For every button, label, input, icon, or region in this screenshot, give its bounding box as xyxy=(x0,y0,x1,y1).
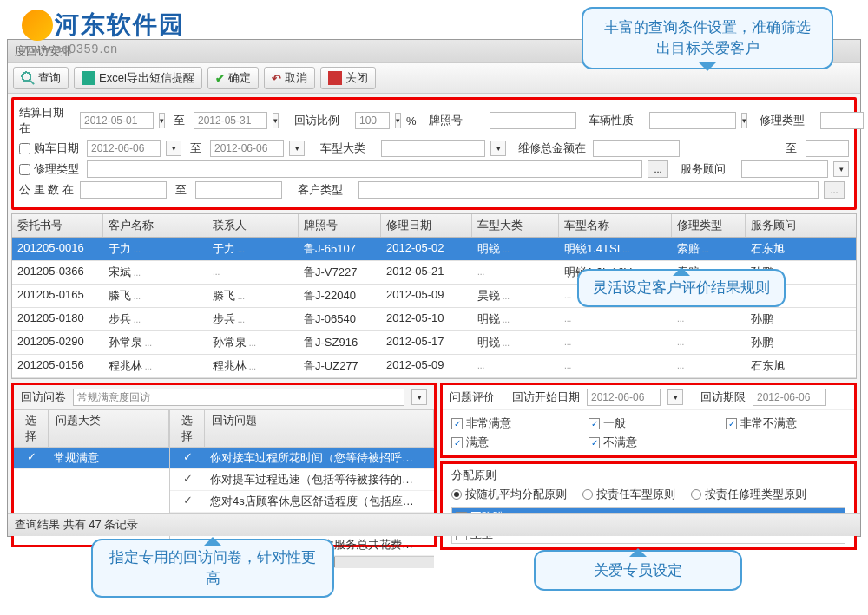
dropdown-icon[interactable]: ▾ xyxy=(411,389,427,405)
question-row[interactable]: ✓你对接车过程所花时间（您等待被招呼… xyxy=(170,448,434,469)
question-row[interactable]: ✓你对提车过程迅速（包括等待被接待的… xyxy=(170,469,434,491)
grid-header-cell[interactable]: 牌照号 xyxy=(299,214,381,237)
table-cell: 孙常泉 ... xyxy=(103,331,207,354)
calendar-icon[interactable]: ▾ xyxy=(667,389,683,405)
table-cell: 孙鹏 xyxy=(746,331,819,354)
table-row[interactable]: 201205-0156程兆林 ...程兆林 ...鲁J-UZ2772012-05… xyxy=(12,355,856,378)
category-row[interactable]: ✓常规满意 xyxy=(14,448,169,469)
table-cell: 2012-05-09 xyxy=(381,355,472,377)
calendar-icon[interactable]: ▾ xyxy=(289,141,305,156)
eval-option[interactable]: ✓非常满意 xyxy=(451,415,571,431)
grid-header-cell[interactable]: 修理类型 xyxy=(672,214,746,237)
grid-header-cell[interactable]: 服务顾问 xyxy=(746,214,819,237)
repair-type-select[interactable] xyxy=(820,112,864,129)
settle-date-to[interactable] xyxy=(194,112,267,129)
visit-ratio-input[interactable] xyxy=(355,112,390,129)
query-button[interactable]: 查询 xyxy=(13,67,69,89)
search-icon xyxy=(21,71,35,85)
grid-header-cell[interactable]: 修理日期 xyxy=(381,214,472,237)
confirm-button[interactable]: ✔确定 xyxy=(207,67,259,89)
callout-middle: 灵活设定客户评价结果规则 xyxy=(577,269,786,307)
question-row[interactable]: ✓您对4s店顾客休息区舒适程度（包括座… xyxy=(170,491,434,513)
table-cell: 滕飞 ... xyxy=(207,285,299,307)
table-cell: ... xyxy=(559,331,672,354)
table-cell: 201205-0180 xyxy=(12,308,103,330)
dropdown-icon[interactable]: ▾ xyxy=(741,113,747,128)
table-cell: ... xyxy=(672,308,746,330)
calendar-icon[interactable]: ▾ xyxy=(273,113,279,128)
purchase-date-to[interactable] xyxy=(210,140,284,157)
vehicle-nature-select[interactable] xyxy=(649,112,736,129)
excel-export-button[interactable]: Excel导出短信提醒 xyxy=(74,67,202,89)
plate-input[interactable] xyxy=(490,112,576,129)
eval-start-date[interactable] xyxy=(587,389,661,406)
distribution-option[interactable]: 按责任车型原则 xyxy=(582,487,675,502)
repair-type-checkbox[interactable] xyxy=(19,164,30,175)
grid-header-cell[interactable]: 车型大类 xyxy=(472,214,559,237)
table-cell: 宋斌 ... xyxy=(103,261,207,284)
distribution-option[interactable]: 按责任修理类型原则 xyxy=(691,487,806,502)
purchase-date-from[interactable] xyxy=(87,140,161,157)
cancel-button[interactable]: ↶取消 xyxy=(264,67,315,89)
settle-date-from[interactable] xyxy=(80,112,154,129)
checkbox-icon: ✓ xyxy=(726,418,737,429)
close-button[interactable]: 关闭 xyxy=(320,67,376,89)
radio-icon xyxy=(582,489,593,500)
stepper-icon[interactable]: ▾ xyxy=(395,113,401,128)
grid-header-cell[interactable]: 车型名称 xyxy=(559,214,672,237)
model-class-select[interactable] xyxy=(381,140,485,157)
dropdown-icon[interactable]: ▾ xyxy=(490,141,506,156)
eval-deadline[interactable] xyxy=(753,389,826,406)
table-cell: 鲁J-SZ916 xyxy=(299,331,381,354)
table-cell: ... xyxy=(559,308,672,330)
table-row[interactable]: 201205-0016于力 ...于力 ...鲁J-651072012-05-0… xyxy=(12,238,856,261)
table-cell: 滕飞 ... xyxy=(103,285,207,307)
amount-to-input[interactable] xyxy=(806,140,849,157)
repair-type-input[interactable] xyxy=(87,160,642,178)
callout-bottom-right: 关爱专员设定 xyxy=(534,550,742,591)
calendar-icon[interactable]: ▾ xyxy=(159,113,165,128)
table-cell: ... xyxy=(672,331,746,354)
grid-header-cell[interactable]: 联系人 xyxy=(207,214,299,237)
table-cell: 201205-0016 xyxy=(12,238,103,260)
table-cell: 201205-0366 xyxy=(12,261,103,284)
callout-top: 丰富的查询条件设置，准确筛选出目标关爱客户 xyxy=(582,7,833,69)
checkbox-icon: ✓ xyxy=(589,437,600,448)
advisor-select[interactable] xyxy=(741,160,828,178)
eval-option[interactable]: ✓非常不满意 xyxy=(726,415,845,431)
mileage-to-input[interactable] xyxy=(195,181,282,199)
distribution-option[interactable]: 按随机平均分配原则 xyxy=(451,487,567,502)
table-cell: ... xyxy=(672,355,746,377)
checkbox-icon: ✓ xyxy=(589,418,600,429)
checkbox-icon: ✓ xyxy=(451,437,463,448)
table-row[interactable]: 201205-0180步兵 ...步兵 ...鲁J-065402012-05-1… xyxy=(12,308,856,331)
table-cell: 步兵 ... xyxy=(207,308,299,330)
grid-header-cell[interactable]: 客户名称 xyxy=(103,214,207,237)
table-cell: 鲁J-V7227 xyxy=(299,261,381,284)
table-cell: 明锐 ... xyxy=(472,308,559,330)
amount-from-input[interactable] xyxy=(593,140,680,157)
purchase-date-checkbox[interactable] xyxy=(19,143,30,154)
customer-type-input[interactable] xyxy=(358,181,819,199)
eval-option[interactable]: ✓满意 xyxy=(451,435,571,450)
watermark-url: www.pc0359.cn xyxy=(22,42,185,56)
repair-type-browse-button[interactable]: ... xyxy=(648,160,668,178)
table-row[interactable]: 201205-0290孙常泉 ...孙常泉 ...鲁J-SZ9162012-05… xyxy=(12,331,856,355)
table-cell: 石东旭 xyxy=(746,355,819,377)
table-cell: 2012-05-02 xyxy=(381,238,472,260)
mileage-from-input[interactable] xyxy=(80,181,167,199)
dropdown-icon[interactable]: ▾ xyxy=(833,161,849,177)
table-cell: 索赔 ... xyxy=(672,238,746,260)
customer-type-browse-button[interactable]: ... xyxy=(824,181,845,199)
eval-option[interactable]: ✓一般 xyxy=(589,415,708,431)
table-cell: 鲁J-UZ277 xyxy=(299,355,381,377)
calendar-icon[interactable]: ▾ xyxy=(166,141,181,156)
table-cell: 鲁J-06540 xyxy=(299,308,381,330)
survey-select[interactable] xyxy=(73,389,404,406)
table-cell: ... xyxy=(472,261,559,284)
grid-header-cell[interactable]: 委托书号 xyxy=(12,214,103,237)
table-cell: 于力 ... xyxy=(103,238,207,260)
eval-option[interactable]: ✓不满意 xyxy=(589,435,708,450)
survey-label: 回访问卷 xyxy=(21,389,66,405)
table-cell: 孙常泉 ... xyxy=(207,331,299,354)
